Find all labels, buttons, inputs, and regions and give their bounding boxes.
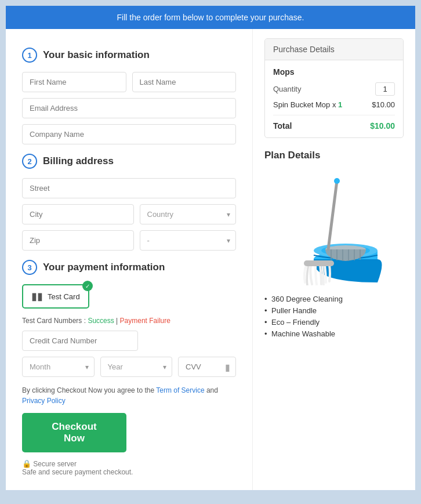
card-option[interactable]: ▮▮ Test Card ✓ [22,284,89,309]
state-wrapper: - [140,230,237,251]
quantity-value: 1 [375,82,395,96]
cvv-icon: ▮ [225,361,230,372]
card-option-label: Test Card [48,292,80,301]
total-row: Total $10.00 [273,121,395,130]
street-input[interactable] [22,178,236,198]
safe-label: Safe and secure payment checkout. [22,468,236,476]
section-payment-header: 3 Your payment information [22,260,236,275]
year-select[interactable]: Year [100,357,173,377]
street-row [22,178,236,198]
product-name: Mops [273,67,395,77]
city-country-row: Country [22,204,236,224]
month-year-cvv-row: Month Year ▮ [22,357,236,377]
year-wrapper: Year [100,357,173,377]
last-name-input[interactable] [132,72,237,92]
section-2-number: 2 [22,154,37,169]
section-billing-header: 2 Billing address [22,154,236,169]
test-card-info: Test Card Numbers : Success | Payment Fa… [22,317,236,325]
purchase-details-header: Purchase Details [265,39,403,60]
success-link[interactable]: Success [88,317,114,325]
cc-row [22,331,236,351]
zip-state-row: - [22,230,236,251]
product-line-text: Spin Bucket Mop x 1 [273,100,342,109]
section-3-title: Your payment information [43,262,165,273]
cvv-wrapper: ▮ [178,357,236,377]
banner-text: Fill the order form below to complete yo… [117,13,304,22]
email-row [22,98,236,118]
feature-1: 360 Degree Cleaning [264,295,404,303]
right-panel: Purchase Details Mops Quantity 1 Spin Bu… [253,29,415,490]
left-panel: 1 Your basic information 2 Billing a [6,29,253,490]
section-1-title: Your basic information [43,49,150,61]
secure-info: 🔒 Secure server Safe and secure payment … [22,459,236,476]
section-2-title: Billing address [43,155,114,167]
top-banner: Fill the order form below to complete yo… [6,6,415,29]
state-select[interactable]: - [140,230,237,251]
city-input[interactable] [22,204,134,224]
test-card-label: Test Card Numbers : [22,317,86,325]
credit-card-icon: ▮▮ [31,290,43,303]
country-select[interactable]: Country [140,204,237,224]
section-basic-info-header: 1 Your basic information [22,48,236,63]
mop-illustration [264,169,404,285]
section-1-number: 1 [22,48,37,63]
plan-details-title: Plan Details [264,150,404,161]
svg-rect-11 [304,260,334,266]
failure-link[interactable]: Payment Failure [120,317,170,325]
total-label: Total [273,121,292,130]
lock-icon: 🔒 [22,459,31,468]
country-wrapper: Country [140,204,237,224]
checkout-button[interactable]: Checkout Now [22,413,126,452]
quantity-label: Quantity [273,85,301,93]
feature-2: Puller Handle [264,306,404,315]
plan-features-list: 360 Degree Cleaning Puller Handle Eco – … [264,295,404,338]
purchase-details-body: Mops Quantity 1 Spin Bucket Mop x 1 $10.… [265,60,403,137]
cc-number-input[interactable] [22,331,138,351]
secure-server-line: 🔒 Secure server [22,459,236,468]
product-price: $10.00 [372,100,395,109]
terms-text: By clicking Checkout Now you agree to th… [22,385,236,406]
name-row [22,72,236,92]
terms-link[interactable]: Term of Service [156,386,204,394]
company-row [22,124,236,144]
quantity-row: Quantity 1 [273,82,395,96]
total-amount: $10.00 [370,121,395,130]
zip-input[interactable] [22,230,134,251]
svg-point-12 [334,178,340,184]
card-check-icon: ✓ [82,281,93,291]
purchase-details-box: Purchase Details Mops Quantity 1 Spin Bu… [264,38,404,138]
month-wrapper: Month [22,357,95,377]
company-input[interactable] [22,124,236,144]
privacy-link[interactable]: Privacy Policy [22,397,66,405]
svg-line-10 [328,181,337,249]
email-input[interactable] [22,98,236,118]
section-3-number: 3 [22,260,37,275]
first-name-input[interactable] [22,72,126,92]
secure-label: Secure server [33,460,77,468]
feature-3: Eco – Friendly [264,318,404,327]
product-line: Spin Bucket Mop x 1 $10.00 [273,100,395,115]
month-select[interactable]: Month [22,357,95,377]
feature-4: Machine Washable [264,329,404,338]
